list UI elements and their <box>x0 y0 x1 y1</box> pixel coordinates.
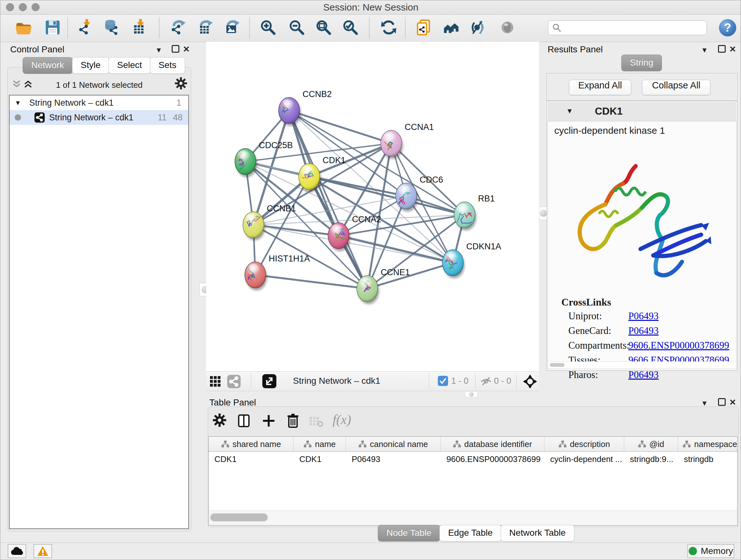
table-cell[interactable]: CDK1 <box>293 452 346 466</box>
column-header-@id[interactable]: @id <box>624 437 678 451</box>
bottom-splitter-handle[interactable] <box>465 391 478 397</box>
birds-eye-view-icon[interactable] <box>499 19 517 37</box>
export-image-icon[interactable] <box>225 19 243 37</box>
node-CCNA2[interactable] <box>328 223 350 251</box>
table-cell[interactable]: P06493 <box>346 452 441 466</box>
open-in-window-icon[interactable] <box>262 374 276 388</box>
open-session-icon[interactable] <box>15 19 33 37</box>
network-canvas[interactable]: CCNB2CCNA1CDC25BCDK1CDC6RB1CCNB1CCNA2CDK… <box>206 42 539 371</box>
expand-all-networks-icon[interactable] <box>23 79 33 91</box>
column-header-namespace[interactable]: namespace <box>678 437 738 451</box>
refresh-network-icon[interactable] <box>381 19 398 37</box>
import-database-icon[interactable] <box>104 19 122 37</box>
edge-HIST1H1A-CCNE1[interactable] <box>255 275 367 289</box>
results-panel-close-icon[interactable]: ✕ <box>729 44 736 54</box>
node-RB1[interactable] <box>454 202 476 231</box>
table-settings-gear-icon[interactable] <box>212 413 226 430</box>
node-CDK1[interactable] <box>299 164 321 192</box>
network-options-gear-icon[interactable] <box>175 77 187 91</box>
birds-eye-crosshair-icon[interactable] <box>523 374 537 390</box>
column-header-database-identifier[interactable]: database identifier <box>441 437 544 451</box>
results-panel-float-icon[interactable] <box>718 45 726 55</box>
table-cell[interactable]: stringdb <box>678 452 738 466</box>
selected-checkbox-icon[interactable] <box>438 376 448 386</box>
network-collection-row[interactable]: ▼ String Network – cdk1 1 <box>10 96 188 110</box>
hide-graphics-details-icon[interactable] <box>469 19 487 37</box>
zoom-fit-icon[interactable] <box>315 19 333 37</box>
control-panel-float-icon[interactable] <box>172 45 179 55</box>
network-share-icon[interactable] <box>227 375 241 388</box>
grid-view-icon[interactable] <box>209 375 221 389</box>
memory-button[interactable]: Memory <box>687 544 734 558</box>
crosslink-link[interactable]: 9606.ENSP00000378699 <box>628 340 729 351</box>
tab-edge-table[interactable]: Edge Table <box>440 525 501 542</box>
import-network-icon[interactable] <box>78 19 96 37</box>
tab-network[interactable]: Network <box>23 57 73 74</box>
table-cell[interactable]: 9606.ENSP00000378699 <box>441 452 544 466</box>
delete-column-trash-icon[interactable] <box>286 413 300 430</box>
table-cell[interactable]: cyclin-dependent ... <box>544 452 624 466</box>
protein-section-header[interactable]: ▼ CDK1 <box>548 102 737 121</box>
tab-network-table[interactable]: Network Table <box>501 525 575 542</box>
node-CDKN1A[interactable] <box>442 250 465 278</box>
network-snapshot-icon[interactable] <box>415 19 433 37</box>
tab-node-table[interactable]: Node Table <box>378 525 440 542</box>
edge-CCNB2-CCNA1[interactable] <box>289 111 391 143</box>
collapse-all-button[interactable]: Collapse All <box>642 80 711 95</box>
column-header-shared-name[interactable]: shared name <box>209 437 293 451</box>
table-row[interactable]: CDK1CDK1P064939606.ENSP00000378699cyclin… <box>209 452 737 466</box>
table-panel-close-icon[interactable]: ✕ <box>729 397 736 408</box>
collapse-section-icon[interactable]: ▼ <box>566 107 573 115</box>
crosslinks-title: CrossLinks <box>561 296 611 308</box>
crosslink-link[interactable]: P06493 <box>628 369 659 381</box>
tab-string[interactable]: String <box>621 55 662 71</box>
crosslink-link[interactable]: P06493 <box>628 310 659 322</box>
add-column-icon[interactable] <box>262 414 276 429</box>
column-header-description[interactable]: description <box>544 437 624 451</box>
crosslink-row: GeneCard:P06493 <box>568 325 734 336</box>
import-table-icon[interactable] <box>131 19 149 37</box>
expand-all-button[interactable]: Expand All <box>569 80 631 95</box>
control-panel-close-icon[interactable]: ✕ <box>183 44 190 54</box>
column-header-name[interactable]: name <box>293 437 346 451</box>
search-input[interactable] <box>562 23 706 33</box>
home-icon[interactable] <box>443 19 461 37</box>
edge-CDKN1A-CCNE1[interactable] <box>367 263 453 289</box>
edge-count: 48 <box>173 113 183 123</box>
warnings-button[interactable] <box>33 544 52 558</box>
control-panel-collapse-icon[interactable]: ▾ <box>157 45 161 55</box>
results-panel-collapse-icon[interactable]: ▾ <box>702 45 706 55</box>
network-row[interactable]: String Network – cdk1 11 48 <box>10 110 188 125</box>
cloud-button[interactable] <box>8 544 26 558</box>
export-table-icon[interactable] <box>198 19 216 37</box>
show-columns-icon[interactable] <box>237 414 251 429</box>
node-CCNE1[interactable] <box>357 275 379 304</box>
zoom-out-icon[interactable] <box>288 19 307 37</box>
tab-style[interactable]: Style <box>72 57 109 74</box>
help-button[interactable]: ? <box>719 19 736 37</box>
crosslink-link[interactable]: P06493 <box>628 325 659 336</box>
node-CDC6[interactable] <box>396 183 418 212</box>
export-network-icon[interactable] <box>171 19 189 37</box>
zoom-in-icon[interactable] <box>260 19 278 37</box>
node-CCNB2[interactable] <box>279 98 301 126</box>
zoom-selected-icon[interactable] <box>342 19 360 37</box>
table-hscrollbar[interactable] <box>209 510 737 525</box>
tab-sets[interactable]: Sets <box>150 57 185 74</box>
search-box[interactable] <box>548 20 707 35</box>
table-hscrollbar-thumb[interactable] <box>210 513 268 521</box>
save-session-icon[interactable] <box>44 19 62 37</box>
tree-expander-icon[interactable]: ▼ <box>15 99 21 107</box>
node-HIST1H1A[interactable] <box>245 262 267 291</box>
table-cell[interactable]: stringdb:9... <box>624 452 678 466</box>
edge-CCNA2-CDKN1A[interactable] <box>339 236 453 263</box>
tab-select[interactable]: Select <box>109 57 151 74</box>
table-cell[interactable]: CDK1 <box>209 452 293 466</box>
column-header-canonical-name[interactable]: canonical name <box>346 437 441 451</box>
crosslinks-hscrollbar[interactable] <box>549 361 736 368</box>
edge-CCNB2-RB1[interactable] <box>289 111 465 215</box>
collapse-all-networks-icon[interactable] <box>12 79 21 91</box>
crosslink-row: Pharos:P06493 <box>568 369 734 381</box>
node-table[interactable]: shared namenamecanonical namedatabase id… <box>208 436 738 525</box>
results-panel-title: Results Panel <box>548 44 603 55</box>
